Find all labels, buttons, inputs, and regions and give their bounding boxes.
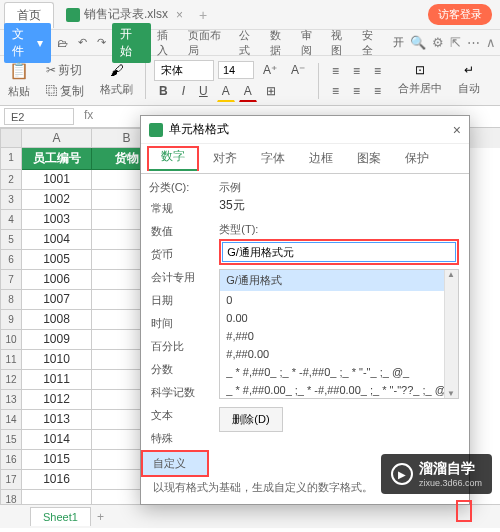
close-tab-icon[interactable]: × — [176, 8, 183, 22]
undo-icon[interactable]: ↶ — [74, 33, 91, 52]
fill-color-button[interactable]: A — [217, 81, 235, 102]
copy-button[interactable]: ⿻复制 — [42, 81, 88, 102]
ribbon-insert[interactable]: 插入 — [153, 25, 182, 61]
category-item[interactable]: 自定义 — [141, 450, 209, 477]
more-icon[interactable]: ⋯ — [467, 35, 480, 50]
brush-icon[interactable]: 🖌 — [110, 62, 124, 78]
cell[interactable]: 1005 — [22, 250, 92, 270]
align-center-button[interactable]: ≡ — [348, 81, 365, 101]
cell[interactable]: 1015 — [22, 450, 92, 470]
collapse-icon[interactable]: ∧ — [486, 35, 496, 50]
font-color-button[interactable]: A — [239, 81, 257, 102]
italic-button[interactable]: I — [177, 81, 190, 101]
category-list[interactable]: 常规数值货币会计专用日期时间百分比分数科学记数文本特殊自定义 — [141, 197, 209, 477]
row-header[interactable]: 9 — [0, 310, 22, 330]
cell[interactable]: 1002 — [22, 190, 92, 210]
row-header[interactable]: 1 — [0, 148, 22, 170]
delete-button[interactable]: 删除(D) — [219, 407, 282, 432]
cell[interactable]: 1008 — [22, 310, 92, 330]
size-select[interactable]: 14 — [218, 61, 254, 79]
align-mid-button[interactable]: ≡ — [348, 61, 365, 81]
bold-button[interactable]: B — [154, 81, 173, 101]
category-item[interactable]: 科学记数 — [141, 381, 209, 404]
tab-pattern[interactable]: 图案 — [345, 144, 393, 173]
row-header[interactable]: 11 — [0, 350, 22, 370]
redo-icon[interactable]: ↷ — [93, 33, 110, 52]
align-top-button[interactable]: ≡ — [327, 61, 344, 81]
ribbon-start[interactable]: 开始 — [112, 23, 151, 63]
align-left-button[interactable]: ≡ — [327, 81, 344, 101]
add-tab-icon[interactable]: + — [199, 7, 207, 23]
row-header[interactable]: 2 — [0, 170, 22, 190]
share-icon[interactable]: ⇱ — [450, 35, 461, 50]
category-item[interactable]: 数值 — [141, 220, 209, 243]
underline-button[interactable]: U — [194, 81, 213, 101]
tab-protect[interactable]: 保护 — [393, 144, 441, 173]
category-item[interactable]: 分数 — [141, 358, 209, 381]
cell[interactable]: 1014 — [22, 430, 92, 450]
file-menu[interactable]: 文件 ▾ — [4, 23, 51, 63]
border-button[interactable]: ⊞ — [261, 81, 281, 101]
format-item[interactable]: _ * #,##0_ ;_ * -#,##0_ ;_ * "-"_ ;_ @_ — [220, 363, 458, 381]
cell[interactable]: 1007 — [22, 290, 92, 310]
tab-align[interactable]: 对齐 — [201, 144, 249, 173]
ribbon-review[interactable]: 审阅 — [297, 25, 326, 61]
tab-number[interactable]: 数字 — [149, 143, 197, 171]
category-item[interactable]: 会计专用 — [141, 266, 209, 289]
sheet-tab[interactable]: Sheet1 — [30, 507, 91, 526]
cell[interactable]: 1003 — [22, 210, 92, 230]
cell[interactable]: 1011 — [22, 370, 92, 390]
scrollbar[interactable] — [444, 270, 458, 398]
ribbon-formula[interactable]: 公式 — [235, 25, 264, 61]
decrease-font-button[interactable]: A⁻ — [286, 60, 310, 80]
row-header[interactable]: 12 — [0, 370, 22, 390]
category-item[interactable]: 特殊 — [141, 427, 209, 450]
name-box[interactable] — [4, 108, 74, 125]
ribbon-view[interactable]: 视图 — [327, 25, 356, 61]
row-header[interactable]: 6 — [0, 250, 22, 270]
format-painter-button[interactable]: 格式刷 — [96, 80, 137, 99]
wrap-button[interactable]: 自动 — [454, 79, 484, 98]
row-header[interactable]: 7 — [0, 270, 22, 290]
close-dialog-icon[interactable]: × — [453, 122, 461, 138]
cell[interactable]: 1009 — [22, 330, 92, 350]
format-item[interactable]: G/通用格式 — [220, 270, 458, 291]
col-header-a[interactable]: A — [22, 128, 92, 148]
cell[interactable]: 1013 — [22, 410, 92, 430]
merge-button[interactable]: 合并居中 — [394, 79, 446, 98]
wrap-icon[interactable]: ↵ — [464, 63, 474, 77]
login-button[interactable]: 访客登录 — [428, 4, 492, 25]
increase-font-button[interactable]: A⁺ — [258, 60, 282, 80]
row-header[interactable]: 8 — [0, 290, 22, 310]
row-header[interactable]: 10 — [0, 330, 22, 350]
row-header[interactable]: 16 — [0, 450, 22, 470]
cut-button[interactable]: ✂剪切 — [42, 60, 88, 81]
format-item[interactable]: 0.00 — [220, 309, 458, 327]
ribbon-layout[interactable]: 页面布局 — [184, 25, 234, 61]
paste-button[interactable]: 粘贴 — [4, 82, 34, 101]
category-item[interactable]: 百分比 — [141, 335, 209, 358]
tab-font[interactable]: 字体 — [249, 144, 297, 173]
row-header[interactable]: 15 — [0, 430, 22, 450]
cell[interactable]: 1012 — [22, 390, 92, 410]
cell[interactable]: 1006 — [22, 270, 92, 290]
type-input[interactable] — [222, 242, 456, 262]
category-item[interactable]: 时间 — [141, 312, 209, 335]
cell[interactable]: 1004 — [22, 230, 92, 250]
settings-icon[interactable]: ⚙ — [432, 35, 444, 50]
row-header[interactable]: 4 — [0, 210, 22, 230]
row-header[interactable]: 17 — [0, 470, 22, 490]
select-all-corner[interactable] — [0, 128, 22, 148]
ribbon-dev[interactable]: 开 — [389, 32, 408, 53]
format-item[interactable]: _ * #,##0.00_ ;_ * -#,##0.00_ ;_ * "-"??… — [220, 381, 458, 399]
font-select[interactable]: 宋体 — [154, 60, 214, 81]
category-item[interactable]: 文本 — [141, 404, 209, 427]
table-header-cell[interactable]: 员工编号 — [22, 148, 92, 170]
ribbon-data[interactable]: 数据 — [266, 25, 295, 61]
fx-icon[interactable]: fx — [78, 106, 99, 127]
format-item[interactable]: 0 — [220, 291, 458, 309]
search-icon[interactable]: 🔍 — [410, 35, 426, 50]
category-item[interactable]: 日期 — [141, 289, 209, 312]
row-header[interactable]: 3 — [0, 190, 22, 210]
add-sheet-icon[interactable]: + — [97, 510, 104, 524]
